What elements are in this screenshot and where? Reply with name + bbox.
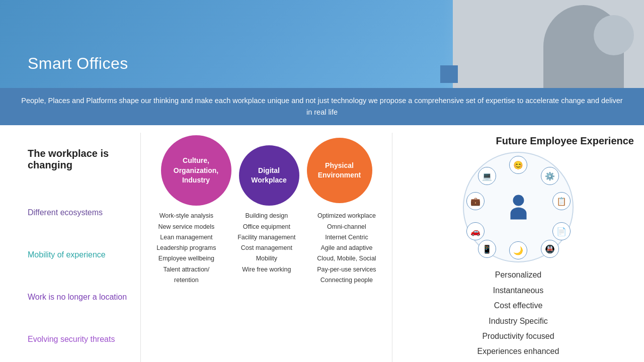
- circle-physical: Physical Environment: [307, 138, 372, 203]
- culture-list-item-1: Work-style analysis: [156, 211, 216, 221]
- digital-list-item-4: Cost management: [237, 243, 295, 253]
- header-image: [443, 0, 644, 88]
- center-person: [502, 191, 535, 224]
- left-title: The workplace is changing: [28, 148, 130, 171]
- icon-node-document: 📄: [552, 222, 571, 240]
- circle-digital: Digital Workplace: [239, 145, 299, 206]
- subtitle-text: People, Places and Platforms shape our t…: [21, 97, 622, 116]
- icon-node-train: 🚇: [541, 240, 559, 258]
- physical-list-item-7: Connecting people: [317, 275, 376, 286]
- culture-list-item-2: New service models: [156, 222, 216, 232]
- middle-column: Culture, Organization, Industry Digital …: [141, 133, 392, 362]
- future-item-5: Productivity focused: [477, 329, 559, 344]
- culture-list-item-7: retention: [156, 275, 216, 286]
- circle-culture: Culture, Organization, Industry: [161, 135, 231, 206]
- culture-list-item-5: Employee wellbeing: [156, 253, 216, 264]
- future-list: Personalized Instantaneous Cost effectiv…: [477, 267, 559, 359]
- icon-diagram: 😊 ⚙️ 📋 📄 🚇 🌙 📱 🚗 💼 💻: [463, 152, 574, 262]
- culture-list-item-3: Lean management: [156, 232, 216, 243]
- future-item-3: Cost effective: [477, 298, 559, 313]
- culture-list: Work-style analysis New service models L…: [156, 211, 216, 286]
- physical-list-item-2: Omni-channel: [317, 222, 376, 232]
- future-item-1: Personalized: [477, 267, 559, 283]
- ecosystem-item-4: Evolving security threats: [28, 335, 130, 344]
- person-head: [513, 195, 524, 206]
- right-title: Future Employee Experience: [403, 135, 634, 147]
- future-item-2: Instantaneous: [477, 283, 559, 298]
- page-title: Smart Offices: [28, 54, 128, 73]
- physical-list-item-6: Pay-per-use services: [317, 264, 376, 275]
- digital-list-item-5: Mobility: [237, 253, 295, 264]
- lists-row: Work-style analysis New service models L…: [146, 211, 387, 286]
- right-column: Future Employee Experience 😊 ⚙️ 📋 📄 🚇 🌙: [392, 133, 644, 362]
- digital-list: Building design Office equipment Facilit…: [237, 211, 295, 286]
- future-item-6: Experiences enhanced: [477, 344, 559, 359]
- culture-list-item-6: Talent attraction/: [156, 264, 216, 275]
- main-content: The workplace is changing Different ecos…: [0, 125, 644, 362]
- physical-list-item-3: Internet Centric: [317, 232, 376, 243]
- ecosystem-item-2: Mobility of experience: [28, 250, 130, 259]
- subtitle-bar: People, Places and Platforms shape our t…: [0, 88, 644, 125]
- digital-list-item-6: Wire free working: [237, 264, 295, 275]
- circles-row: Culture, Organization, Industry Digital …: [161, 135, 372, 206]
- physical-list-item-5: Cloud, Mobile, Social: [317, 253, 376, 264]
- ecosystem-item-3: Work is no longer a location: [28, 293, 130, 302]
- digital-list-item-2: Office equipment: [237, 222, 295, 232]
- digital-list-item-1: Building design: [237, 211, 295, 221]
- ecosystem-item-1: Different ecosystems: [28, 208, 130, 217]
- physical-list: Optimized workplace Omni-channel Interne…: [317, 211, 376, 286]
- future-item-4: Industry Specific: [477, 314, 559, 329]
- header-banner: Smart Offices: [0, 0, 644, 88]
- left-column: The workplace is changing Different ecos…: [0, 133, 141, 362]
- physical-list-item-1: Optimized workplace: [317, 211, 376, 221]
- person-image: [453, 0, 644, 88]
- culture-list-item-4: Leadership programs: [156, 243, 216, 253]
- person-body: [510, 208, 526, 220]
- physical-list-item-4: Agile and adaptive: [317, 243, 376, 253]
- decorative-square: [440, 65, 458, 83]
- digital-list-item-3: Facility management: [237, 232, 295, 243]
